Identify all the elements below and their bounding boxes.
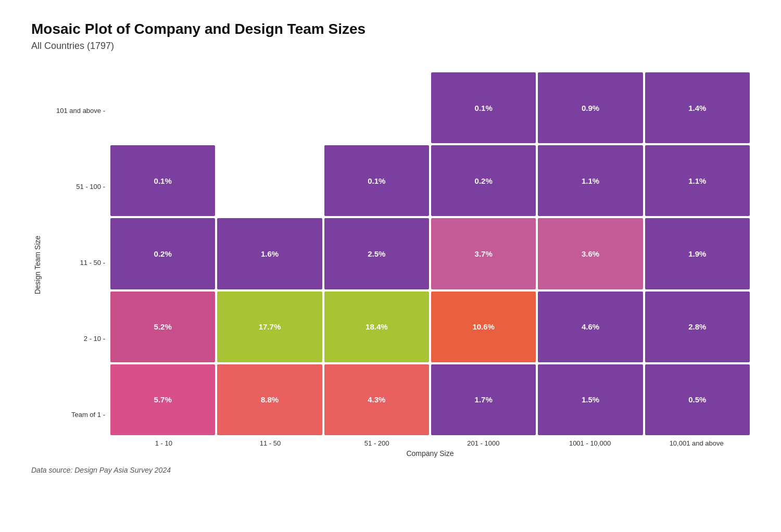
mosaic-cell: 3.7% <box>431 218 536 289</box>
data-source: Data source: Design Pay Asia Survey 2024 <box>31 466 750 474</box>
mosaic-cell: 0.1% <box>431 72 536 143</box>
chart-container: Mosaic Plot of Company and Design Team S… <box>0 0 781 532</box>
chart-body: Design Team Size Team of 1 -2 - 10 -11 -… <box>31 72 750 458</box>
mosaic-cell: 1.5% <box>538 364 643 435</box>
mosaic-cell <box>110 72 215 143</box>
mosaic-cell: 4.6% <box>538 292 643 362</box>
mosaic-cell <box>217 145 322 216</box>
mosaic-cell: 0.1% <box>324 145 429 216</box>
mosaic-cell: 4.3% <box>324 364 429 435</box>
mosaic-cell: 1.1% <box>645 145 750 216</box>
y-tick: 2 - 10 - <box>48 300 110 376</box>
mosaic-cell: 1.7% <box>431 364 536 435</box>
mosaic-cell: 3.6% <box>538 218 643 289</box>
x-tick: 51 - 200 <box>323 439 430 447</box>
mosaic-cell: 1.9% <box>645 218 750 289</box>
mosaic-cell: 0.9% <box>538 72 643 143</box>
mosaic-cell: 2.5% <box>324 218 429 289</box>
x-tick: 1 - 10 <box>110 439 217 447</box>
mosaic-cell: 8.8% <box>217 364 322 435</box>
y-tick: Team of 1 - <box>48 376 110 452</box>
y-tick: 11 - 50 - <box>48 224 110 300</box>
y-axis-ticks: Team of 1 -2 - 10 -11 - 50 -51 - 100 -10… <box>48 72 110 458</box>
x-axis: 1 - 1011 - 5051 - 200201 - 10001001 - 10… <box>110 439 750 447</box>
x-tick: 201 - 1000 <box>430 439 537 447</box>
y-tick: 101 and above - <box>48 72 110 148</box>
mosaic-cell: 1.4% <box>645 72 750 143</box>
x-tick: 11 - 50 <box>217 439 324 447</box>
x-tick: 10,001 and above <box>643 439 750 447</box>
mosaic-cell: 2.8% <box>645 292 750 362</box>
mosaic-cell <box>324 72 429 143</box>
mosaic-cell <box>217 72 322 143</box>
y-axis-label: Design Team Size <box>33 236 42 295</box>
x-axis-label: Company Size <box>110 449 750 458</box>
chart-subtitle: All Countries (1797) <box>31 41 750 52</box>
mosaic-cell: 10.6% <box>431 292 536 362</box>
mosaic-cell: 18.4% <box>324 292 429 362</box>
mosaic-cell: 0.5% <box>645 364 750 435</box>
x-tick: 1001 - 10,000 <box>537 439 644 447</box>
mosaic-cell: 1.6% <box>217 218 322 289</box>
mosaic-cell: 5.7% <box>110 364 215 435</box>
mosaic-cell: 1.1% <box>538 145 643 216</box>
grid-area: 0.1%0.9%1.4%0.1%0.1%0.2%1.1%1.1%0.2%1.6%… <box>110 72 750 458</box>
mosaic-cell: 0.2% <box>431 145 536 216</box>
y-tick: 51 - 100 - <box>48 148 110 224</box>
mosaic-grid: 0.1%0.9%1.4%0.1%0.1%0.2%1.1%1.1%0.2%1.6%… <box>110 72 750 435</box>
y-axis-label-container: Design Team Size <box>31 72 44 458</box>
chart-title: Mosaic Plot of Company and Design Team S… <box>31 21 750 37</box>
mosaic-cell: 17.7% <box>217 292 322 362</box>
mosaic-cell: 5.2% <box>110 292 215 362</box>
mosaic-cell: 0.1% <box>110 145 215 216</box>
mosaic-cell: 0.2% <box>110 218 215 289</box>
